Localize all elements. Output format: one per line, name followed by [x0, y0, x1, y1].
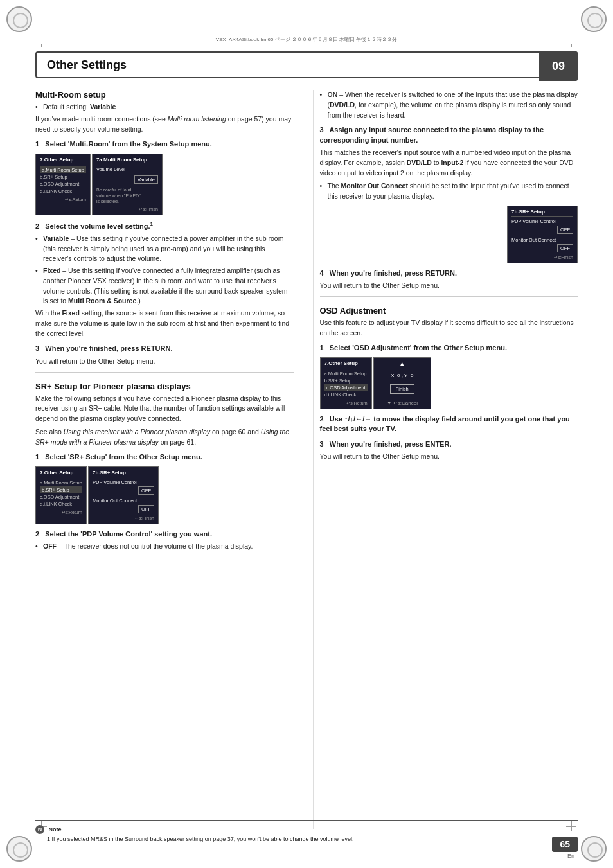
- default-setting: Default setting: Variable: [35, 102, 294, 112]
- step3-osd-sub: You will return to the Other Setup menu.: [320, 452, 578, 462]
- menu-box-other-setup-2: 7.Other Setup a.Multi Room Setup b.SR+ S…: [35, 466, 87, 524]
- srplus-intro1: Make the following settings if you have …: [35, 394, 294, 424]
- left-column: Multi-Room setup Default setting: Variab…: [35, 90, 300, 829]
- step3-srplus: 3 Assign any input source connected to t…: [320, 125, 578, 145]
- menu-screenshot-srplus-right: 7b.SR+ Setup PDP Volume Control OFF Moni…: [320, 206, 578, 263]
- osd-intro: Use this feature to adjust your TV displ…: [320, 318, 578, 339]
- step2-srplus: 2 Select the 'PDP Volume Control' settin…: [35, 529, 294, 539]
- corner-decoration-br: [581, 836, 607, 862]
- fixed-note: With the Fixed setting, the source is se…: [35, 308, 294, 339]
- divider-2: [320, 296, 578, 297]
- divider-1: [35, 372, 294, 373]
- step3-multiroom-sub: You will return to the Other Setup menu.: [35, 357, 294, 367]
- step3-multiroom: 3 When you're finished, press RETURN.: [35, 344, 294, 353]
- multiroom-intro: If you've made multi-room connections (s…: [35, 114, 294, 135]
- page-title: Other Settings: [47, 58, 127, 72]
- page-lang: En: [567, 853, 574, 859]
- pdp-volume-value-r: OFF: [557, 226, 573, 234]
- step1-osd: 1 Select 'OSD Adjustment' from the Other…: [320, 343, 578, 353]
- page-number: 65: [552, 837, 578, 852]
- right-column: ON – When the receiver is switched to on…: [313, 90, 578, 829]
- menu-screenshot-osd: 7.Other Setup a.Multi Room Setup b.SR+ S…: [320, 357, 578, 409]
- monitor-out-value-r: OFF: [557, 244, 573, 252]
- corner-decoration-tl: [6, 6, 32, 32]
- step2-osd: 2 Use ↑/↓/←/→ to move the display field …: [320, 414, 578, 434]
- section-heading-srplus: SR+ Setup for Pioneer plasma displays: [35, 382, 294, 391]
- monitor-out-note: The Monitor Out Connect should be set to…: [320, 181, 578, 202]
- chapter-number: 09: [539, 51, 578, 81]
- srplus-intro2: See also Using this receiver with a Pion…: [35, 427, 294, 448]
- step1-multiroom: 1 Select 'Multi-Room' from the System Se…: [35, 139, 294, 149]
- note-icon: N: [35, 825, 44, 834]
- corner-decoration-bl: [6, 836, 32, 862]
- menu-box-multiroom-setup: 7a.Multi Room Setup Volume Level Variabl…: [92, 154, 163, 215]
- footnote-1: 1 If you selected MR&S in the Surround b…: [35, 836, 578, 842]
- menu-box-srplus-setup: 7b.SR+ Setup PDP Volume Control OFF Moni…: [88, 466, 159, 524]
- bullet-on-srplus: ON – When the receiver is switched to on…: [320, 90, 578, 120]
- menu-screenshot-srplus: 7.Other Setup a.Multi Room Setup b.SR+ S…: [35, 466, 294, 524]
- menu-box-other-setup-1: 7.Other Setup a.Multi Room Setup b.SR+ S…: [35, 154, 91, 215]
- bullet-fixed: Fixed – Use this setting if you've conne…: [35, 266, 294, 306]
- step3-osd: 3 When you're finished, press ENTER.: [320, 439, 578, 449]
- step3-srplus-body: This matches the receiver's input source…: [320, 148, 578, 178]
- menu-screenshot-multiroom: 7.Other Setup a.Multi Room Setup b.SR+ S…: [35, 154, 294, 215]
- main-content: Multi-Room setup Default setting: Variab…: [35, 90, 578, 829]
- volume-level-value: Variable: [134, 175, 158, 184]
- page-title-section: Other Settings 09: [35, 51, 578, 78]
- monitor-out-value-l: OFF: [138, 505, 154, 513]
- pdp-volume-value-l: OFF: [138, 486, 154, 495]
- note-section: N Note 1 If you selected MR&S in the Sur…: [35, 820, 578, 842]
- bullet-off-srplus: OFF – The receiver does not control the …: [35, 542, 294, 552]
- step1-srplus: 1 Select 'SR+ Setup' from the Other Setu…: [35, 452, 294, 462]
- header-file-info: VSX_AX4ASi.book.fm 65 ページ ２００６年６月８日 木曜日 …: [35, 35, 578, 44]
- corner-decoration-tr: [581, 6, 607, 32]
- menu-box-osd-adjust: ▲ X=0 , Y=0 Finish ▼ ↵s:Cancel: [373, 357, 431, 409]
- bullet-variable: Variable – Use this setting if you've co…: [35, 234, 294, 264]
- step2-multiroom: 2 Select the volume level setting.1: [35, 220, 294, 231]
- section-heading-multiroom: Multi-Room setup: [35, 90, 294, 100]
- step4-srplus: 4 When you're finished, press RETURN.: [320, 269, 578, 278]
- step4-srplus-sub: You will return to the Other Setup menu.: [320, 281, 578, 291]
- section-heading-osd: OSD Adjustment: [320, 306, 578, 315]
- menu-box-other-setup-osd: 7.Other Setup a.Multi Room Setup b.SR+ S…: [320, 357, 372, 409]
- menu-box-srplus-right: 7b.SR+ Setup PDP Volume Control OFF Moni…: [507, 206, 578, 263]
